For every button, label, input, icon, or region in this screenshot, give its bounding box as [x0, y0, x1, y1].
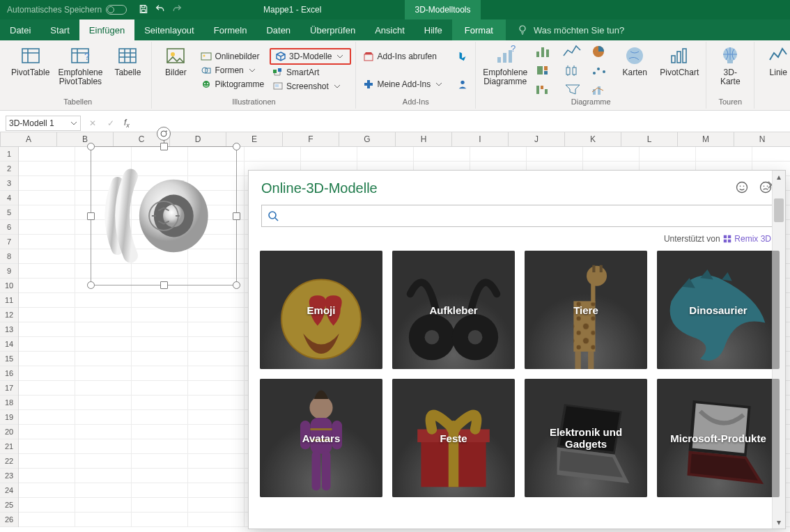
column-chart-button[interactable]: [533, 44, 557, 59]
row-header[interactable]: 3: [0, 176, 18, 191]
table-button[interactable]: Tabelle: [108, 43, 147, 97]
autosave-toggle[interactable]: Automatisches Speichern: [0, 5, 134, 15]
3d-models-button[interactable]: 3D-Modelle: [270, 48, 351, 65]
combo-chart-button[interactable]: [589, 81, 612, 97]
row-header[interactable]: 14: [0, 337, 18, 352]
category-card[interactable]: Avatars: [260, 379, 382, 497]
selected-3d-model[interactable]: [91, 146, 237, 285]
row-header[interactable]: 4: [0, 191, 18, 205]
search-input[interactable]: [261, 205, 773, 227]
sparkline-line-button[interactable]: Linie: [759, 43, 790, 97]
scatter-chart-button[interactable]: [589, 63, 612, 78]
scroll-down-icon[interactable]: ▾: [773, 516, 785, 529]
hierarchy-chart-button[interactable]: [533, 63, 557, 78]
column-header[interactable]: L: [621, 132, 678, 146]
row-header[interactable]: 5: [0, 205, 18, 220]
feedback-happy-icon[interactable]: [735, 180, 749, 196]
tab-daten[interactable]: Daten: [256, 19, 300, 40]
tab-überprüfen[interactable]: Überprüfen: [300, 19, 365, 40]
people-graph-addin[interactable]: [454, 78, 471, 91]
name-box[interactable]: 3D-Modell 1: [6, 116, 81, 131]
icons-button[interactable]: Piktogramme: [198, 78, 267, 91]
resize-handle[interactable]: [233, 281, 240, 289]
column-header[interactable]: G: [339, 132, 396, 146]
row-header[interactable]: 24: [0, 483, 18, 498]
formula-input[interactable]: [134, 116, 790, 130]
bing-maps-addin[interactable]: [454, 50, 471, 63]
recommended-pivot-button[interactable]: ? Empfohlene PivotTables: [55, 43, 105, 97]
resize-handle[interactable]: [233, 143, 240, 150]
row-header[interactable]: 7: [0, 235, 18, 249]
cancel-formula-button[interactable]: ✕: [84, 118, 102, 128]
column-header[interactable]: N: [734, 132, 790, 146]
tab-ansicht[interactable]: Ansicht: [365, 19, 415, 40]
column-header[interactable]: F: [283, 132, 339, 146]
row-header[interactable]: 10: [0, 279, 18, 293]
row-header[interactable]: 21: [0, 439, 18, 454]
row-header[interactable]: 23: [0, 469, 18, 483]
smartart-button[interactable]: SmartArt: [270, 66, 351, 79]
tab-hilfe[interactable]: Hilfe: [415, 19, 452, 40]
tab-datei[interactable]: Datei: [0, 19, 40, 40]
category-card[interactable]: Feste: [392, 379, 515, 497]
category-card[interactable]: Aufkleber: [392, 251, 515, 369]
row-header[interactable]: 12: [0, 308, 18, 322]
row-header[interactable]: 6: [0, 220, 18, 235]
pictures-button[interactable]: Bilder: [156, 43, 195, 97]
tab-seitenlayout[interactable]: Seitenlayout: [134, 19, 204, 40]
fx-icon[interactable]: fx: [120, 118, 134, 129]
row-header[interactable]: 8: [0, 249, 18, 264]
row-header[interactable]: 9: [0, 264, 18, 279]
row-header[interactable]: 26: [0, 513, 18, 527]
scrollbar-thumb[interactable]: [774, 198, 784, 222]
redo-icon[interactable]: [171, 3, 183, 17]
recommended-charts-button[interactable]: ? Empfohlene Diagramme: [480, 43, 530, 97]
category-card[interactable]: Elektronik und Gadgets: [525, 379, 647, 497]
category-card[interactable]: Microsoft-Produkte: [657, 379, 780, 497]
column-header[interactable]: J: [509, 132, 565, 146]
rotate-handle-icon[interactable]: [157, 127, 171, 141]
category-card[interactable]: Dinosaurier: [657, 251, 780, 369]
column-header[interactable]: K: [565, 132, 621, 146]
column-header[interactable]: I: [452, 132, 509, 146]
my-addins-button[interactable]: Meine Add-Ins: [360, 78, 447, 91]
statistic-chart-button[interactable]: [561, 63, 584, 78]
row-header[interactable]: 17: [0, 381, 18, 396]
shapes-button[interactable]: Formen: [198, 64, 267, 77]
resize-handle[interactable]: [87, 281, 95, 289]
row-header[interactable]: 25: [0, 498, 18, 513]
resize-handle[interactable]: [233, 212, 240, 220]
row-header[interactable]: 1: [0, 147, 18, 162]
undo-icon[interactable]: [155, 3, 166, 17]
resize-handle[interactable]: [160, 281, 168, 289]
pivottable-button[interactable]: PivotTable: [8, 43, 52, 97]
waterfall-chart-button[interactable]: [533, 81, 557, 97]
row-header[interactable]: 13: [0, 322, 18, 337]
confirm-formula-button[interactable]: ✓: [102, 118, 120, 128]
column-header[interactable]: D: [170, 132, 226, 146]
screenshot-button[interactable]: Screenshot: [270, 80, 351, 93]
category-card[interactable]: Tiere: [525, 251, 647, 369]
pie-chart-button[interactable]: [589, 44, 612, 59]
row-header[interactable]: 18: [0, 396, 18, 410]
row-header[interactable]: 19: [0, 410, 18, 425]
row-header[interactable]: 20: [0, 425, 18, 439]
column-header[interactable]: B: [57, 132, 114, 146]
online-pictures-button[interactable]: Onlinebilder: [198, 50, 267, 63]
tab-start[interactable]: Start: [40, 19, 79, 40]
tab-einfügen[interactable]: Einfügen: [79, 19, 134, 40]
row-header[interactable]: 15: [0, 352, 18, 366]
tab-formeln[interactable]: Formeln: [204, 19, 257, 40]
tell-me-search[interactable]: Was möchten Sie tun?: [506, 19, 635, 40]
category-card[interactable]: Emoji: [260, 251, 382, 369]
scroll-up-icon[interactable]: ▴: [773, 171, 785, 183]
tab-format[interactable]: Format: [452, 19, 506, 40]
maps-button[interactable]: Karten: [615, 43, 654, 97]
row-header[interactable]: 22: [0, 454, 18, 469]
row-header[interactable]: 16: [0, 366, 18, 381]
get-addins-button[interactable]: Add-Ins abrufen: [360, 50, 447, 63]
save-icon[interactable]: [138, 3, 149, 17]
column-header[interactable]: M: [678, 132, 734, 146]
3d-map-button[interactable]: 3D- Karte: [711, 43, 750, 97]
row-header[interactable]: 2: [0, 162, 18, 176]
